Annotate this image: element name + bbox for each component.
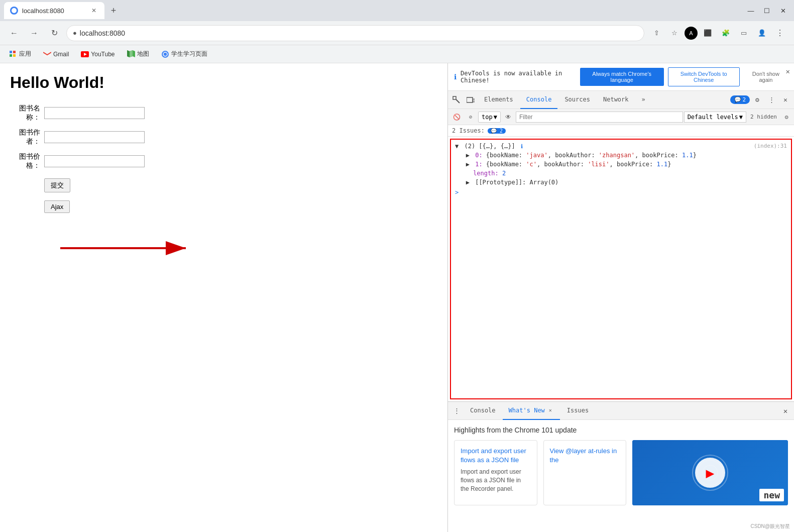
console-filter-button[interactable]: ⊘: [464, 111, 477, 124]
ajax-button[interactable]: Ajax: [44, 200, 70, 213]
lock-icon: ●: [73, 29, 77, 37]
tab-close-button[interactable]: ✕: [89, 6, 98, 15]
drawer-tabs: ⋮ Console What's New ✕ Issues ✕: [448, 402, 794, 420]
proto-val: [[Prototype]]: Array(0): [475, 179, 558, 186]
issues-label: 2 Issues:: [452, 127, 485, 134]
info-circle-icon: ℹ: [521, 143, 523, 150]
match-language-button[interactable]: Always match Chrome's language: [580, 68, 664, 86]
console-entry-1[interactable]: ▶ 1: {bookName: 'c', bookAuthor: 'lisi',…: [451, 160, 791, 169]
tab-console[interactable]: Console: [520, 91, 558, 109]
watermark: CSDN@眼光智星: [751, 523, 790, 530]
submit-button[interactable]: 提交: [44, 178, 70, 192]
proto-caret-icon: ▶: [466, 179, 470, 186]
drawer-tab-console[interactable]: Console: [464, 402, 502, 420]
responsive-button[interactable]: [464, 93, 477, 107]
minimize-button[interactable]: —: [744, 4, 758, 18]
drawer-whatsnew-close-button[interactable]: ✕: [547, 407, 554, 414]
console-badge: 💬 2: [730, 95, 750, 104]
card-import-export: Import and export user flows as a JSON f…: [454, 440, 537, 505]
new-tab-button[interactable]: +: [106, 4, 121, 18]
extension-icon[interactable]: ⬛: [700, 25, 716, 41]
account-icon[interactable]: A: [685, 27, 698, 40]
bookmarks-bar: 应用 Gmail YouTube 地图 学生学习页面: [0, 45, 794, 63]
share-button[interactable]: ⇧: [648, 25, 664, 41]
card-import-link[interactable]: Import and export user flows as a JSON f…: [461, 447, 531, 465]
levels-arrow-icon: ▼: [739, 114, 743, 121]
bookmark-youtube[interactable]: YouTube: [78, 49, 118, 59]
restore-button[interactable]: ☐: [760, 4, 774, 18]
book-author-input[interactable]: [44, 131, 145, 143]
profile-button[interactable]: 👤: [754, 25, 770, 41]
study-label: 学生学习页面: [171, 50, 207, 58]
entry-key-1: 1:: [475, 161, 482, 168]
console-entry-length: length: 2: [451, 169, 791, 178]
console-toolbar: 🚫 ⊘ top ▼ 👁 Default levels ▼ 2 hidden ⚙: [448, 109, 794, 125]
eye-button[interactable]: 👁: [502, 111, 515, 124]
address-text: localhost:8080: [80, 29, 125, 37]
address-bar[interactable]: ● localhost:8080: [66, 25, 644, 41]
entry-val-1: {bookName: 'c', bookAuthor: 'lisi', book…: [486, 161, 671, 168]
source-link[interactable]: (index):31: [754, 143, 787, 149]
devtools-notification: ℹ DevTools is now available in Chinese! …: [448, 63, 794, 91]
book-author-label: 图书作者：: [10, 128, 40, 146]
gmail-label: Gmail: [53, 51, 69, 58]
bookmark-maps[interactable]: 地图: [124, 49, 152, 59]
length-val: 2: [502, 170, 506, 177]
tab-sources[interactable]: Sources: [558, 91, 596, 109]
book-name-input[interactable]: [44, 107, 145, 119]
array-preview: (2) [{…}, {…}]: [464, 143, 515, 150]
inspect-element-button[interactable]: [450, 93, 463, 107]
devtools-close-button[interactable]: ✕: [779, 93, 792, 107]
console-settings-button[interactable]: ⚙: [781, 112, 792, 123]
back-button[interactable]: ←: [6, 25, 22, 41]
nav-bar: ← → ↻ ● localhost:8080 ⇧ ☆ A ⬛ 🧩 ▭ 👤 ⋮: [0, 21, 794, 45]
svg-rect-17: [473, 99, 475, 102]
dismiss-button[interactable]: Don't show again: [744, 68, 788, 86]
drawer-menu-button[interactable]: ⋮: [450, 404, 463, 417]
bookmark-gmail[interactable]: Gmail: [40, 49, 72, 59]
console-output: ▼ (2) [{…}, {…}] ℹ (index):31 ▶ 0: {book…: [450, 139, 792, 399]
bookmark-apps[interactable]: 应用: [6, 49, 34, 59]
browser-tab[interactable]: localhost:8080 ✕: [4, 2, 104, 19]
bookmark-study[interactable]: 学生学习页面: [158, 49, 210, 59]
close-button[interactable]: ✕: [776, 4, 790, 18]
tab-more[interactable]: »: [636, 91, 651, 109]
video-thumbnail[interactable]: ▶ new: [632, 440, 788, 505]
log-levels-dropdown[interactable]: Default levels ▼: [684, 112, 746, 123]
network-tab-label: Network: [603, 96, 629, 103]
more-options-button[interactable]: ⋮: [765, 93, 778, 107]
svg-rect-14: [453, 96, 456, 99]
sidebar-button[interactable]: ▭: [736, 25, 752, 41]
console-entry-prototype[interactable]: ▶ [[Prototype]]: Array(0): [451, 178, 791, 187]
console-entry-array[interactable]: ▼ (2) [{…}, {…}] ℹ (index):31: [451, 142, 791, 151]
switch-chinese-button[interactable]: Switch DevTools to Chinese: [668, 67, 740, 86]
book-price-label: 图书价格：: [10, 152, 40, 170]
puzzle-icon[interactable]: 🧩: [718, 25, 734, 41]
console-entry-0[interactable]: ▶ 0: {bookName: 'java', bookAuthor: 'zha…: [451, 151, 791, 160]
hidden-count: 2 hidden: [747, 114, 780, 120]
forward-button[interactable]: →: [26, 25, 42, 41]
svg-marker-8: [130, 50, 133, 57]
drawer-tab-issues[interactable]: Issues: [561, 402, 595, 420]
book-price-input[interactable]: [44, 155, 145, 167]
notification-close-button[interactable]: ✕: [786, 67, 790, 75]
info-icon: ℹ: [454, 73, 457, 81]
youtube-label: YouTube: [91, 51, 115, 58]
refresh-button[interactable]: ↻: [46, 25, 62, 41]
book-name-label: 图书名称：: [10, 104, 40, 122]
card-layer-link[interactable]: View @layer at-rules in the: [550, 447, 620, 465]
context-dropdown[interactable]: top ▼: [478, 112, 501, 123]
tab-network[interactable]: Network: [597, 91, 635, 109]
drawer-close-button[interactable]: ✕: [779, 404, 792, 417]
bookmark-button[interactable]: ☆: [666, 25, 683, 41]
drawer-tab-whatsnew[interactable]: What's New ✕: [503, 402, 560, 420]
console-filter-input[interactable]: [516, 112, 683, 123]
tab-favicon: [10, 7, 18, 15]
console-clear-button[interactable]: 🚫: [450, 111, 463, 124]
entry-caret-1-icon: ▶: [466, 161, 470, 168]
tab-elements[interactable]: Elements: [478, 91, 519, 109]
console-prompt[interactable]: >: [451, 187, 791, 198]
settings-button[interactable]: ⚙: [751, 93, 764, 107]
context-label: top: [482, 114, 493, 121]
menu-button[interactable]: ⋮: [772, 25, 788, 41]
